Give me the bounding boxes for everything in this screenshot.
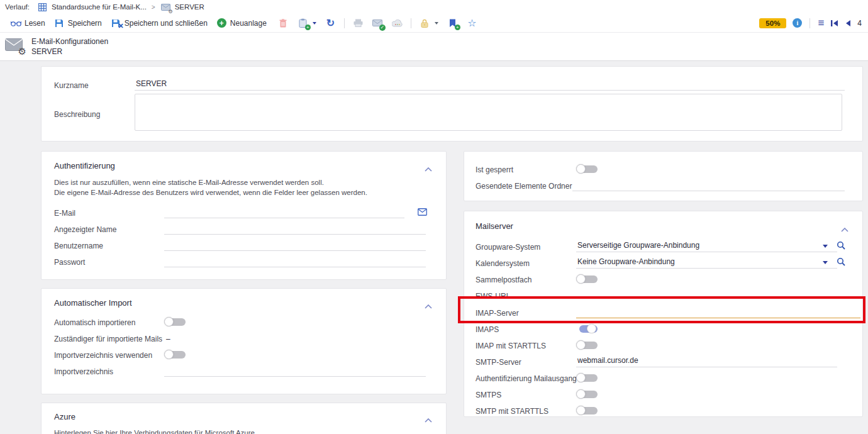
email-config-icon: ⚙ (5, 38, 25, 55)
auth-help-line2: Die eigene E-Mail-Adresse des Benutzers … (54, 189, 367, 196)
imap-starttls-toggle[interactable] (576, 340, 599, 350)
auto-import-panel: Automatischer Import Automatisch importi… (41, 288, 447, 394)
paste-dropdown-caret-icon[interactable] (313, 22, 316, 25)
main-toolbar: Lesen Speichern ✕ Speichern und schließe… (0, 14, 868, 33)
save-icon (54, 18, 65, 28)
star-icon: ☆ (467, 18, 477, 28)
ews-url-label: EWS-URL (476, 292, 510, 301)
auto-import-label: Automatisch importieren (54, 318, 135, 327)
email-input[interactable] (164, 206, 404, 218)
refresh-icon: ↻ (325, 18, 336, 28)
printer-icon (353, 18, 364, 28)
ews-url-value: – (578, 292, 582, 301)
refresh-button[interactable]: ↻ (321, 16, 340, 30)
collapse-chevron-icon[interactable] (841, 223, 849, 235)
dropdown-caret-icon[interactable] (823, 261, 828, 264)
smtp-server-input[interactable]: webmail.cursor.de (576, 355, 837, 367)
record-count: 4 (857, 19, 862, 28)
auto-import-section-title: Automatischer Import (54, 298, 132, 308)
delete-button[interactable] (274, 16, 293, 30)
import-dir-label: Importverzeichnis (54, 367, 113, 376)
glasses-icon (11, 18, 21, 28)
sent-items-folder-input[interactable] (572, 179, 845, 191)
dropdown-caret-icon[interactable] (823, 245, 828, 248)
cloud-icon (392, 18, 403, 28)
email-icon[interactable] (418, 207, 427, 218)
clipboard-plus-icon: + (298, 18, 308, 28)
cloud-services-button[interactable] (387, 16, 407, 30)
auto-import-toggle[interactable] (164, 317, 187, 327)
groupware-system-select[interactable]: Serverseitige Groupware-Anbindung (576, 240, 837, 252)
use-import-dir-label: Importverzeichnis verwenden (54, 351, 152, 360)
print-button[interactable] (348, 16, 368, 30)
lookup-magnifier-icon[interactable] (837, 257, 845, 269)
lookup-magnifier-icon[interactable] (837, 241, 845, 252)
breadcrumb-chevron-icon: > (150, 4, 157, 11)
paste-new-button[interactable]: + (293, 16, 321, 30)
toolbar-separator (344, 18, 345, 28)
send-mail-button[interactable]: ✓ (368, 16, 387, 30)
history-breadcrumb-bar: Verlauf: Standardsuche für E-Mail-K... >… (0, 0, 868, 14)
imaps-toggle[interactable] (576, 324, 599, 334)
save-button[interactable]: Speichern (50, 16, 106, 30)
previous-record-button[interactable] (845, 19, 851, 27)
save-and-close-button[interactable]: ✕ Speichern und schließen (106, 16, 212, 30)
collapse-chevron-icon[interactable] (425, 300, 432, 311)
smtp-starttls-toggle[interactable] (576, 406, 599, 416)
imap-server-input[interactable] (576, 306, 860, 318)
smtps-toggle[interactable] (576, 389, 599, 399)
email-label: E-Mail (54, 209, 75, 218)
new-record-button-label: Neuanlage (230, 19, 267, 28)
shared-mailbox-toggle[interactable] (576, 274, 599, 284)
plus-circle-icon: + (216, 18, 227, 28)
password-input[interactable] (164, 255, 426, 267)
calendar-system-select[interactable]: Keine Groupware-Anbindung (576, 256, 837, 269)
shared-mailbox-label: Sammelpostfach (476, 275, 531, 284)
mail-config-small-icon: ⚙ (160, 2, 171, 13)
responsible-label: Zuständiger für importierte Mails (54, 335, 162, 343)
username-input[interactable] (164, 238, 426, 251)
azure-panel: Azure Hinterlegen Sie hier Ihre Verbindu… (41, 403, 447, 434)
new-record-button[interactable]: + Neuanlage (212, 16, 271, 30)
lock-button[interactable] (415, 16, 443, 30)
read-button[interactable]: Lesen (6, 16, 50, 30)
is-locked-toggle[interactable] (576, 164, 599, 174)
mailserver-section-title: Mailserver (476, 221, 513, 231)
import-dir-input[interactable] (164, 364, 426, 377)
breadcrumb-search-item[interactable]: Standardsuche für E-Mail-K... (52, 3, 147, 11)
email-configuration-window: Verlauf: Standardsuche für E-Mail-K... >… (0, 0, 868, 434)
beschreibung-textarea[interactable] (135, 94, 842, 131)
kurzname-input[interactable]: SERVER (135, 78, 845, 91)
smtps-label: SMTPS (476, 391, 501, 399)
beschreibung-label: Beschreibung (54, 110, 100, 119)
responsible-value: – (166, 335, 170, 343)
zoom-level-badge[interactable]: 50% (759, 18, 786, 28)
menu-icon[interactable]: ≡ (818, 18, 824, 28)
use-import-dir-toggle[interactable] (164, 350, 187, 360)
toolbar-separator (411, 18, 411, 28)
bookmark-plus-icon: + (447, 18, 458, 28)
breadcrumb-record-item[interactable]: SERVER (175, 3, 204, 11)
trash-icon (278, 18, 289, 28)
lock-icon (420, 18, 430, 28)
sent-items-folder-label: Gesendete Elemente Ordner (476, 182, 572, 191)
lock-dropdown-caret-icon[interactable] (435, 22, 438, 25)
save-close-icon: ✕ (111, 18, 121, 28)
save-button-label: Speichern (68, 19, 102, 28)
favorite-button[interactable]: ☆ (462, 16, 482, 30)
mailserver-panel: Mailserver Groupware-System Serverseitig… (464, 211, 863, 417)
history-label: Verlauf: (5, 3, 30, 11)
collapse-chevron-icon[interactable] (425, 163, 432, 174)
first-record-button[interactable] (830, 19, 838, 27)
info-icon[interactable]: i (793, 18, 802, 28)
bookmark-add-button[interactable]: + (443, 16, 462, 30)
smtp-server-label: SMTP-Server (476, 358, 521, 367)
azure-help-text: Hinterlegen Sie hier Ihre Verbindungsdat… (54, 429, 257, 434)
collapse-chevron-icon[interactable] (425, 414, 432, 425)
save-and-close-button-label: Speichern und schließen (125, 19, 208, 28)
outgoing-auth-toggle[interactable] (576, 373, 599, 383)
display-name-input[interactable] (164, 222, 426, 235)
kurzname-label: Kurzname (54, 81, 89, 90)
read-button-label: Lesen (25, 19, 45, 28)
entity-type-title: E-Mail-Konfigurationen (31, 36, 108, 47)
